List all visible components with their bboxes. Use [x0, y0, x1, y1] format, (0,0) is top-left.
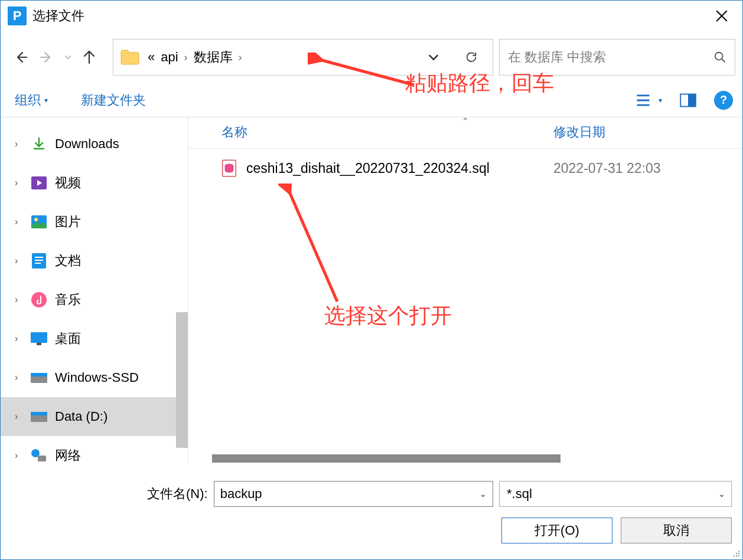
bottom-panel: 文件名(N): backup ⌄ *.sql ⌄ 打开(O) 取消: [1, 463, 742, 559]
expand-icon[interactable]: ›: [15, 217, 23, 227]
expand-icon[interactable]: ›: [15, 450, 23, 461]
svg-point-23: [736, 553, 737, 554]
file-dialog-window: P 选择文件 « api › 数据库 ›: [0, 0, 743, 560]
expand-icon[interactable]: ›: [15, 333, 23, 344]
view-options-button[interactable]: [633, 90, 654, 111]
organize-label: 组织: [15, 91, 41, 109]
help-button[interactable]: ?: [714, 91, 733, 110]
resize-grip-icon[interactable]: [731, 548, 740, 557]
file-date: 2022-07-31 22:03: [553, 161, 731, 176]
close-button[interactable]: [706, 4, 738, 28]
folder-icon: [117, 44, 143, 70]
drive-icon: [31, 411, 47, 422]
column-name[interactable]: 名称: [221, 123, 553, 141]
file-row[interactable]: ceshi13_dishait__20220731_220324.sql 202…: [188, 149, 742, 188]
tree-label: Downloads: [55, 136, 119, 152]
tree-item-downloads[interactable]: › Downloads: [1, 125, 188, 163]
svg-rect-15: [38, 456, 46, 461]
svg-point-20: [738, 551, 739, 552]
app-icon: P: [8, 6, 27, 25]
svg-rect-12: [31, 415, 47, 422]
tree-item-data-d[interactable]: › Data (D:): [1, 397, 188, 436]
expand-icon[interactable]: ›: [15, 372, 23, 383]
tree-label: Data (D:): [55, 409, 107, 424]
svg-rect-10: [31, 376, 47, 383]
sql-file-icon: [221, 159, 237, 177]
folder-tree[interactable]: › Downloads › 视频 › 图片 › 文档 ›: [1, 117, 188, 463]
tree-item-windows-ssd[interactable]: › Windows-SSD: [1, 358, 188, 397]
arrow-right-icon: [40, 50, 54, 64]
open-button[interactable]: 打开(O): [501, 518, 612, 543]
column-date[interactable]: 修改日期: [553, 123, 731, 141]
up-button[interactable]: [76, 44, 102, 70]
titlebar: P 选择文件: [1, 1, 742, 31]
breadcrumb-item[interactable]: 数据库: [194, 48, 233, 66]
breadcrumb: « api › 数据库 ›: [148, 48, 423, 66]
svg-point-25: [734, 555, 735, 556]
recent-dropdown[interactable]: [60, 44, 76, 70]
tree-label: 网络: [55, 447, 81, 463]
cancel-button[interactable]: 取消: [621, 518, 732, 543]
preview-pane-icon: [680, 92, 696, 109]
tree-label: 文档: [55, 252, 81, 270]
expand-icon[interactable]: ›: [15, 139, 23, 149]
expand-icon[interactable]: ›: [15, 256, 23, 266]
file-type-filter[interactable]: *.sql ⌄: [499, 481, 732, 507]
close-icon: [716, 10, 728, 22]
breadcrumb-separator: ›: [184, 51, 188, 64]
svg-point-5: [34, 218, 38, 221]
chevron-down-icon[interactable]: ⌄: [718, 489, 725, 499]
breadcrumb-item[interactable]: api: [161, 50, 178, 65]
new-folder-label: 新建文件夹: [81, 91, 146, 109]
drive-icon: [31, 372, 47, 383]
refresh-button[interactable]: [461, 47, 482, 68]
chevron-down-icon: ▾: [44, 96, 48, 104]
tree-item-desktop[interactable]: › 桌面: [1, 319, 188, 358]
tree-item-videos[interactable]: › 视频: [1, 163, 188, 202]
filename-label: 文件名(N):: [147, 485, 208, 503]
filename-input[interactable]: backup ⌄: [214, 481, 493, 507]
svg-point-24: [736, 555, 737, 556]
svg-point-21: [738, 553, 739, 554]
tree-scrollbar[interactable]: [176, 312, 188, 448]
expand-icon[interactable]: ›: [15, 178, 23, 188]
tree-label: 桌面: [55, 330, 81, 348]
breadcrumb-prefix: «: [148, 50, 155, 65]
svg-rect-8: [31, 332, 47, 343]
preview-pane-button[interactable]: [677, 90, 699, 111]
arrow-left-icon: [14, 50, 28, 64]
download-icon: [32, 137, 46, 151]
back-button[interactable]: [8, 44, 34, 70]
video-icon: [31, 176, 47, 189]
image-icon: [31, 215, 47, 228]
tree-label: 视频: [55, 174, 81, 192]
svg-rect-9: [37, 343, 41, 345]
main-area: › Downloads › 视频 › 图片 › 文档 ›: [1, 117, 742, 463]
horizontal-scrollbar[interactable]: [212, 454, 560, 463]
new-folder-button[interactable]: 新建文件夹: [76, 89, 151, 112]
filename-value: backup: [220, 486, 262, 502]
address-bar[interactable]: « api › 数据库 ›: [113, 39, 493, 76]
forward-button[interactable]: [34, 44, 60, 70]
chevron-down-icon[interactable]: ⌄: [480, 489, 487, 499]
svg-rect-11: [31, 373, 47, 376]
search-input[interactable]: 在 数据库 中搜索: [499, 39, 735, 76]
filter-value: *.sql: [507, 486, 532, 502]
organize-menu[interactable]: 组织 ▾: [10, 89, 53, 112]
window-title: 选择文件: [32, 7, 84, 25]
tree-label: 图片: [55, 213, 81, 231]
expand-icon[interactable]: ›: [15, 294, 23, 305]
sort-chevron-icon: ⌃: [462, 116, 469, 126]
tree-item-pictures[interactable]: › 图片: [1, 202, 188, 241]
address-dropdown[interactable]: [423, 47, 444, 68]
svg-rect-13: [31, 412, 47, 415]
column-headers[interactable]: ⌃ 名称 修改日期: [188, 117, 742, 149]
desktop-icon: [31, 332, 47, 345]
tree-item-music[interactable]: › 音乐: [1, 280, 188, 319]
tree-item-documents[interactable]: › 文档: [1, 241, 188, 280]
svg-point-0: [715, 53, 723, 60]
expand-icon[interactable]: ›: [15, 411, 23, 422]
tree-item-network[interactable]: › 网络: [1, 436, 188, 463]
document-icon: [32, 253, 46, 268]
breadcrumb-separator: ›: [239, 51, 242, 64]
